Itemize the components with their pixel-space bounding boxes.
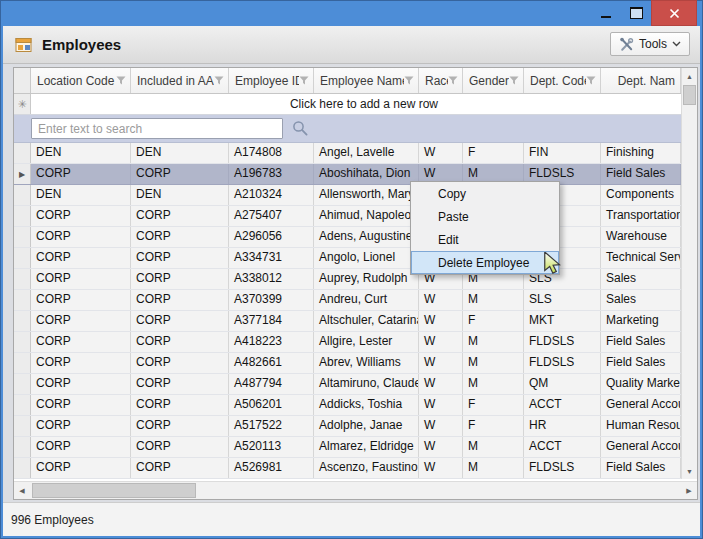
filter-icon[interactable] [448, 76, 458, 85]
column-header-employee-name[interactable]: Employee Name [314, 68, 419, 93]
minimize-button[interactable] [591, 0, 621, 26]
table-cell[interactable]: MKT [524, 311, 601, 331]
table-cell[interactable]: A370399 [229, 290, 314, 310]
table-row[interactable]: CORPCORPA338012Auprey, RudolphWMSLSSales [14, 269, 697, 290]
table-cell[interactable]: W [419, 143, 463, 163]
menu-item-edit[interactable]: Edit [411, 228, 559, 251]
search-input[interactable] [31, 118, 283, 139]
maximize-button[interactable] [621, 0, 651, 26]
table-cell[interactable]: ACCT [524, 395, 601, 415]
table-cell[interactable]: HR [524, 416, 601, 436]
column-header-location-code[interactable]: Location Code [31, 68, 131, 93]
table-cell[interactable]: Sales [601, 269, 681, 289]
table-cell[interactable]: Addicks, Toshia [314, 395, 419, 415]
table-cell[interactable]: Auprey, Rudolph [314, 269, 419, 289]
table-cell[interactable]: Sales [601, 290, 681, 310]
table-cell[interactable]: M [463, 374, 524, 394]
table-cell[interactable]: M [463, 458, 524, 478]
search-icon[interactable] [292, 120, 309, 137]
table-cell[interactable]: Field Sales [601, 458, 681, 478]
table-cell[interactable]: CORP [131, 206, 229, 226]
table-cell[interactable]: A520113 [229, 437, 314, 457]
table-row[interactable]: ▶CORPCORPA196783Aboshihata, DionWMFLDSLS… [14, 164, 697, 185]
table-row[interactable]: CORPCORPA370399Andreu, CurtWMSLSSales [14, 290, 697, 311]
column-header-dept-nam[interactable]: Dept. Nam [601, 68, 681, 93]
column-header-included-in-aap[interactable]: Included in AAP [131, 68, 229, 93]
table-cell[interactable]: F [463, 395, 524, 415]
scroll-right-icon[interactable]: ▶ [681, 482, 697, 499]
table-cell[interactable]: CORP [131, 290, 229, 310]
table-row[interactable]: CORPCORPA275407Ahimud, NapoleonTransport… [14, 206, 697, 227]
table-cell[interactable]: W [419, 311, 463, 331]
table-cell[interactable]: ACCT [524, 437, 601, 457]
table-cell[interactable]: CORP [31, 206, 131, 226]
table-cell[interactable]: DEN [31, 143, 131, 163]
row-indicator-cell[interactable] [14, 143, 31, 163]
table-cell[interactable]: Warehouse [601, 227, 681, 247]
row-indicator-cell[interactable] [14, 332, 31, 352]
table-cell[interactable]: Adolphe, Janae [314, 416, 419, 436]
menu-item-paste[interactable]: Paste [411, 205, 559, 228]
table-cell[interactable]: Field Sales [601, 353, 681, 373]
filter-icon[interactable] [214, 76, 224, 85]
table-cell[interactable]: A482661 [229, 353, 314, 373]
table-cell[interactable]: CORP [131, 353, 229, 373]
table-cell[interactable]: Altamiruno, Claude [314, 374, 419, 394]
row-indicator-cell[interactable] [14, 290, 31, 310]
table-row[interactable]: CORPCORPA487794Altamiruno, ClaudeWMQMQua… [14, 374, 697, 395]
row-indicator-cell[interactable] [14, 311, 31, 331]
row-indicator-cell[interactable] [14, 374, 31, 394]
table-cell[interactable]: M [463, 437, 524, 457]
table-cell[interactable]: CORP [31, 248, 131, 268]
table-cell[interactable]: F [463, 311, 524, 331]
row-indicator-cell[interactable] [14, 437, 31, 457]
table-cell[interactable]: CORP [131, 164, 229, 184]
table-cell[interactable]: DEN [131, 143, 229, 163]
row-indicator-cell[interactable] [14, 269, 31, 289]
column-header-employee-id[interactable]: Employee ID [229, 68, 314, 93]
row-indicator-cell[interactable] [14, 248, 31, 268]
table-cell[interactable]: A377184 [229, 311, 314, 331]
table-cell[interactable]: Technical Serv [601, 248, 681, 268]
table-cell[interactable]: W [419, 290, 463, 310]
table-row[interactable]: CORPCORPA377184Altschuler, CatarinaWFMKT… [14, 311, 697, 332]
table-cell[interactable]: W [419, 437, 463, 457]
table-cell[interactable]: CORP [131, 416, 229, 436]
table-cell[interactable]: FLDSLS [524, 332, 601, 352]
table-cell[interactable]: CORP [31, 332, 131, 352]
row-indicator-cell[interactable] [14, 185, 31, 205]
horizontal-scrollbar[interactable]: ◀ ▶ [14, 481, 697, 499]
table-cell[interactable]: Angel, Lavelle [314, 143, 419, 163]
table-cell[interactable]: Adens, Augustine [314, 227, 419, 247]
table-cell[interactable]: W [419, 332, 463, 352]
table-cell[interactable]: Quality Marke [601, 374, 681, 394]
table-cell[interactable]: CORP [131, 374, 229, 394]
table-cell[interactable]: CORP [31, 458, 131, 478]
add-new-row[interactable]: ✳ Click here to add a new row [14, 94, 697, 115]
table-cell[interactable]: Ascenzo, Faustino [314, 458, 419, 478]
table-cell[interactable]: A526981 [229, 458, 314, 478]
table-cell[interactable]: A174808 [229, 143, 314, 163]
table-cell[interactable]: Altschuler, Catarina [314, 311, 419, 331]
table-cell[interactable]: CORP [131, 437, 229, 457]
table-cell[interactable]: CORP [131, 269, 229, 289]
add-new-row-label[interactable]: Click here to add a new row [31, 94, 697, 114]
table-cell[interactable]: CORP [31, 311, 131, 331]
close-button[interactable] [651, 0, 697, 26]
table-row[interactable]: DENDENA210324Allensworth, MaryComponents [14, 185, 697, 206]
table-cell[interactable]: Abrev, Williams [314, 353, 419, 373]
table-cell[interactable]: CORP [31, 227, 131, 247]
row-indicator-cell[interactable] [14, 206, 31, 226]
table-cell[interactable]: CORP [31, 290, 131, 310]
table-row[interactable]: CORPCORPA526981Ascenzo, FaustinoWMFLDSLS… [14, 458, 697, 479]
table-cell[interactable]: QM [524, 374, 601, 394]
table-cell[interactable]: CORP [131, 227, 229, 247]
table-row[interactable]: CORPCORPA418223Allgire, LesterWMFLDSLSFi… [14, 332, 697, 353]
vertical-scrollbar[interactable]: ▲ ▼ [681, 68, 697, 479]
table-cell[interactable]: General Accou [601, 437, 681, 457]
table-cell[interactable]: Almarez, Eldridge [314, 437, 419, 457]
table-cell[interactable]: CORP [131, 458, 229, 478]
row-indicator-cell[interactable] [14, 353, 31, 373]
table-cell[interactable]: A296056 [229, 227, 314, 247]
scroll-down-icon[interactable]: ▼ [682, 463, 697, 479]
